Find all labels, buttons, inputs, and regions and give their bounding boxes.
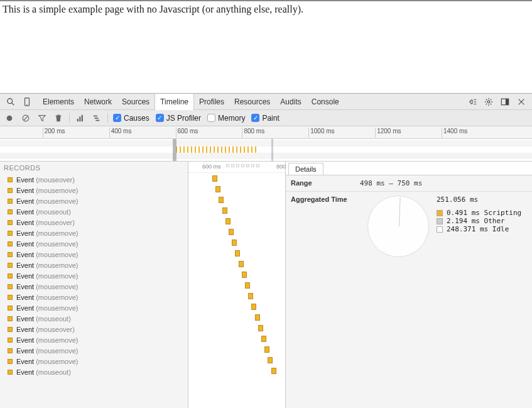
svg-rect-26 [79,116,80,121]
tab-sources[interactable]: Sources [117,94,155,110]
record-marker-icon [8,220,13,225]
device-icon[interactable] [21,96,33,108]
tab-resources[interactable]: Resources [229,94,275,110]
flame-bar[interactable] [215,186,220,192]
record-row[interactable]: Event (mouseover) [0,217,188,228]
record-marker-icon [8,252,13,257]
clear-icon[interactable] [20,113,31,124]
checkbox-paint[interactable]: ✓Paint [251,114,279,123]
gear-icon[interactable] [483,96,494,108]
record-icon[interactable] [4,113,15,124]
overview-tick: 800 ms [242,128,264,138]
page-body: This is a simple example page with no Ja… [0,0,532,93]
filter-icon[interactable] [36,113,48,124]
flame-bar[interactable] [239,261,244,267]
record-row[interactable]: Event (mousemove) [0,249,188,260]
svg-line-12 [486,99,487,100]
overview-ruler[interactable]: 200 ms400 ms600 ms800 ms1000 ms1200 ms14… [0,126,532,139]
svg-rect-25 [77,118,79,121]
record-row[interactable]: Event (mousemove) [0,185,188,196]
record-row[interactable]: Event (mouseout) [0,206,188,217]
flame-tick: 800 [276,163,286,170]
flame-ruler: 600 ms800 [188,162,285,173]
record-marker-icon [8,338,13,343]
details-pane: Details Range 498 ms — 750 ms Aggregated… [286,162,532,408]
flame-bar[interactable] [245,282,250,289]
overview-strip[interactable] [0,139,532,162]
record-row[interactable]: Event (mouseout) [0,367,188,377]
flame-bar[interactable] [212,175,217,182]
record-marker-icon [8,284,13,289]
svg-rect-30 [95,119,99,121]
checkbox-memory[interactable]: Memory [207,114,245,123]
view-bars-icon[interactable] [75,113,86,124]
flame-bar[interactable] [232,240,237,246]
flame-bar[interactable] [235,250,240,256]
record-marker-icon [8,316,13,321]
flame-bar[interactable] [271,368,276,374]
garbage-icon[interactable] [53,113,64,124]
overview-tick: 1400 ms [442,128,467,138]
overview-tick: 200 ms [43,128,65,138]
drawer-icon[interactable] [467,96,478,108]
tab-network[interactable]: Network [79,94,117,110]
svg-rect-27 [82,114,83,121]
dock-icon[interactable] [499,96,511,108]
tab-elements[interactable]: Elements [38,94,79,110]
flame-chart[interactable]: 600 ms800 [188,162,286,408]
record-row[interactable]: Event (mousemove) [0,302,188,313]
tab-timeline[interactable]: Timeline [155,94,194,110]
search-icon[interactable] [5,96,16,108]
record-row[interactable]: Event (mouseover) [0,174,188,185]
aggregated-pie-chart [367,196,429,257]
flame-bar[interactable] [222,207,227,214]
svg-point-0 [8,98,13,103]
record-row[interactable]: Event (mousemove) [0,356,188,367]
tab-audits[interactable]: Audits [275,94,306,110]
records-list[interactable]: Event (mouseover)Event (mousemove)Event … [0,174,188,408]
flame-bar[interactable] [268,357,273,363]
flame-bar[interactable] [251,304,256,310]
legend-total: 251.056 ms [437,196,521,204]
flame-bar[interactable] [255,314,260,321]
overview-selection-handle-split[interactable] [271,139,273,161]
svg-line-14 [486,103,487,104]
svg-line-1 [12,102,14,105]
record-marker-icon [8,273,13,278]
record-marker-icon [8,348,13,353]
flame-bar[interactable] [242,272,247,278]
flame-bar[interactable] [248,293,253,299]
record-marker-icon [8,327,13,332]
record-marker-icon [8,359,13,364]
flame-bar[interactable] [229,229,234,235]
record-row[interactable]: Event (mousemove) [0,228,188,238]
record-row[interactable]: Event (mousemove) [0,238,188,249]
record-row[interactable]: Event (mousemove) [0,270,188,281]
record-row[interactable]: Event (mousemove) [0,334,188,345]
flame-bar[interactable] [225,218,231,224]
view-waterfall-icon[interactable] [91,113,102,124]
record-row[interactable]: Event (mousemove) [0,196,188,206]
flame-bar[interactable] [219,197,224,203]
close-icon[interactable] [516,96,527,108]
legend-swatch [437,226,443,233]
flame-bar[interactable] [264,346,269,353]
checkbox-causes[interactable]: ✓Causes [113,114,149,123]
checkbox-js-profiler[interactable]: ✓JS Profiler [156,114,201,123]
flame-bar[interactable] [258,325,263,331]
tab-details[interactable]: Details [288,163,323,175]
agg-label: Aggregated Time [291,196,360,257]
record-row[interactable]: Event (mousemove) [0,281,188,292]
record-row[interactable]: Event (mousemove) [0,260,188,270]
flame-bar[interactable] [261,336,266,342]
record-row[interactable]: Event (mousemove) [0,292,188,302]
svg-rect-29 [95,118,99,119]
record-row[interactable]: Event (mouseover) [0,324,188,334]
overview-selection-handle-left[interactable] [173,139,176,161]
tabs-container: ElementsNetworkSourcesTimelineProfilesRe… [38,94,344,110]
record-row[interactable]: Event (mouseout) [0,313,188,324]
tab-profiles[interactable]: Profiles [194,94,229,110]
record-marker-icon [8,306,13,311]
tab-console[interactable]: Console [307,94,344,110]
record-row[interactable]: Event (mousemove) [0,345,188,356]
